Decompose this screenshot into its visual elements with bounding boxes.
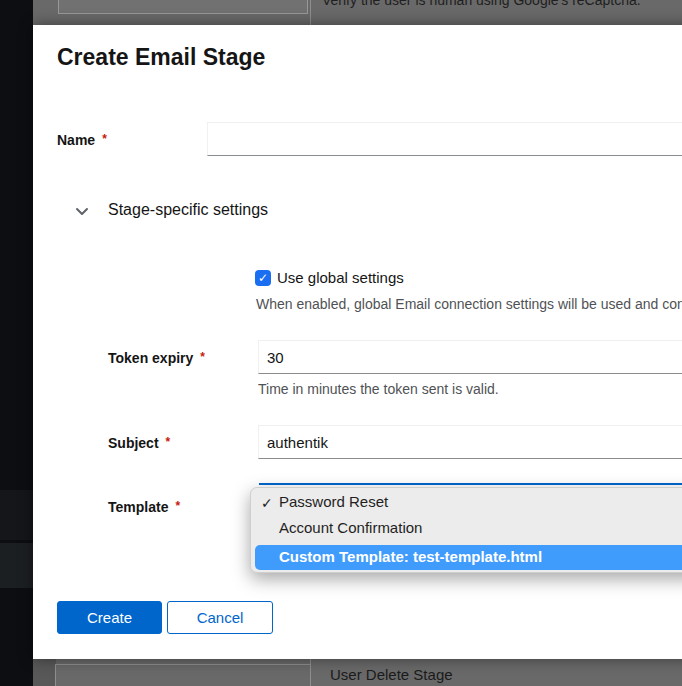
backdrop-stage-name: User Delete Stage <box>330 666 453 683</box>
name-label-text: Name <box>57 132 95 148</box>
sidebar-item-block <box>0 543 33 588</box>
template-option-password-reset[interactable]: Password Reset <box>279 493 388 510</box>
template-option-custom-template-label: Custom Template: test-template.html <box>279 548 542 565</box>
create-button[interactable]: Create <box>57 601 162 634</box>
create-email-stage-modal: Create Email Stage Name* Stage-specific … <box>33 25 682 659</box>
use-global-settings-help: When enabled, global Email connection se… <box>256 296 682 312</box>
subject-input[interactable] <box>258 425 682 459</box>
backdrop-recaptcha-description: Verify the user is human using Google's … <box>322 0 641 8</box>
backdrop-shade <box>33 659 56 686</box>
stage-specific-settings-toggle[interactable]: Stage-specific settings <box>108 201 268 219</box>
use-global-settings-label[interactable]: Use global settings <box>277 269 404 286</box>
token-expiry-label: Token expiry* <box>108 350 205 366</box>
use-global-settings-checkbox[interactable]: ✓ <box>255 270 271 286</box>
backdrop-cell-border <box>55 664 56 686</box>
token-expiry-input[interactable] <box>258 340 682 374</box>
backdrop-table-cell <box>58 0 308 14</box>
required-asterisk: * <box>200 350 205 364</box>
backdrop-column-divider <box>310 659 311 686</box>
subject-label-text: Subject <box>108 435 159 451</box>
subject-label: Subject* <box>108 435 170 451</box>
required-asterisk: * <box>175 499 180 513</box>
template-dropdown-popup: ✓ Password Reset Account Confirmation Cu… <box>250 487 682 573</box>
template-label: Template* <box>108 499 180 515</box>
template-option-account-confirmation[interactable]: Account Confirmation <box>279 519 422 536</box>
template-select-focus-border <box>259 483 682 485</box>
chevron-down-icon[interactable] <box>75 202 89 220</box>
name-input[interactable] <box>207 122 682 156</box>
selected-check-icon: ✓ <box>261 495 273 511</box>
name-label: Name* <box>57 132 107 148</box>
screen: Verify the user is human using Google's … <box>0 0 682 686</box>
app-sidebar <box>0 0 33 686</box>
template-label-text: Template <box>108 499 168 515</box>
token-expiry-label-text: Token expiry <box>108 350 193 366</box>
backdrop-column-divider <box>310 0 311 25</box>
modal-title: Create Email Stage <box>57 44 265 71</box>
template-option-custom-template[interactable]: Custom Template: test-template.html <box>255 545 682 570</box>
required-asterisk: * <box>166 435 171 449</box>
cancel-button[interactable]: Cancel <box>167 601 273 634</box>
token-expiry-help: Time in minutes the token sent is valid. <box>258 381 499 397</box>
sidebar-item-block <box>0 490 33 540</box>
backdrop-row-border <box>55 664 310 665</box>
required-asterisk: * <box>102 132 107 146</box>
checkbox-check-icon: ✓ <box>258 272 268 284</box>
